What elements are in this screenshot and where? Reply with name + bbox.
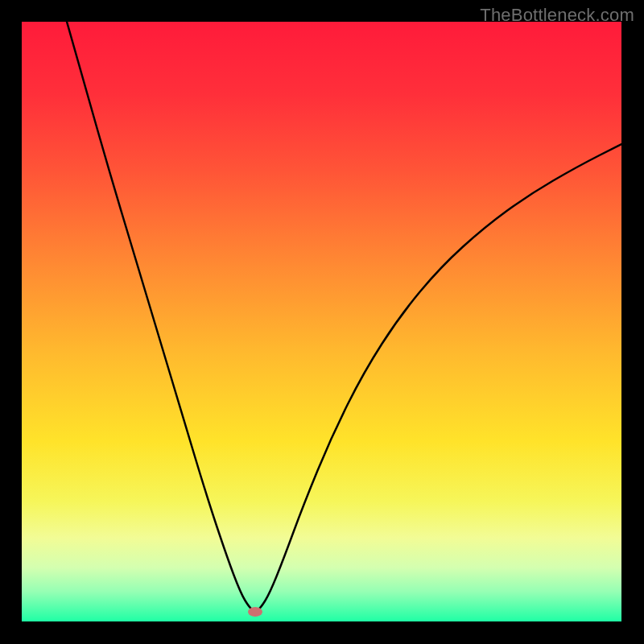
dip-marker [248, 607, 262, 617]
chart-svg [22, 22, 621, 621]
gradient-background [22, 22, 621, 621]
chart-frame [22, 22, 621, 621]
watermark-text: TheBottleneck.com [480, 5, 634, 26]
